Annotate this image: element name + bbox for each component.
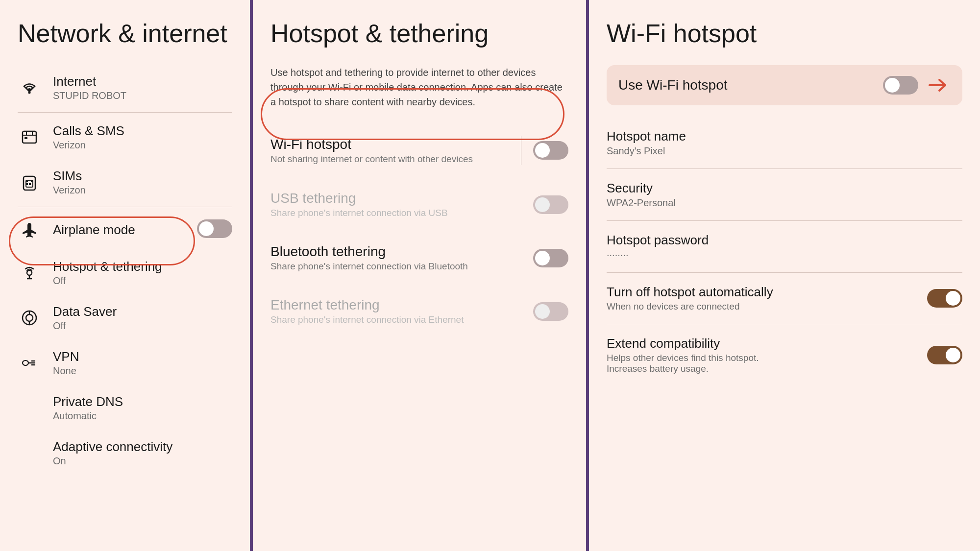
- wifi-hotspot-item[interactable]: Wi-Fi hotspot Not sharing internet or co…: [270, 125, 568, 176]
- vpn-sublabel: None: [53, 365, 79, 377]
- sidebar-item-vpn[interactable]: VPN None: [18, 340, 232, 385]
- wifi-icon: [18, 76, 41, 99]
- svg-point-19: [23, 360, 28, 365]
- security-row[interactable]: Security WPA2-Personal: [607, 171, 962, 218]
- security-label: Security: [607, 181, 962, 196]
- turn-off-toggle-knob: [946, 291, 960, 306]
- svg-rect-10: [29, 183, 31, 185]
- adaptive-icon: [18, 441, 41, 465]
- calls-sms-label: Calls & SMS: [53, 123, 124, 139]
- right-panel: Wi-Fi hotspot Use Wi-Fi hotspot Hotspot …: [589, 0, 980, 551]
- private-dns-icon: [18, 396, 41, 420]
- hotspot-name-value: Sandy's Pixel: [607, 145, 962, 157]
- calls-sms-sublabel: Verizon: [53, 140, 124, 151]
- wifi-hotspot-label: Wi-Fi hotspot: [270, 137, 509, 152]
- left-panel-title: Network & internet: [18, 20, 232, 48]
- vpn-label: VPN: [53, 349, 79, 364]
- svg-rect-5: [24, 137, 27, 139]
- wifi-hotspot-toggle-knob: [535, 143, 550, 158]
- divider-2: [18, 207, 232, 207]
- ethernet-tethering-toggle-knob: [535, 304, 550, 319]
- ethernet-tethering-label: Ethernet tethering: [270, 297, 533, 313]
- wifi-hotspot-sublabel: Not sharing internet or content with oth…: [270, 154, 509, 165]
- sidebar-item-private-dns[interactable]: Private DNS Automatic: [18, 385, 232, 431]
- divider-1: [18, 112, 232, 113]
- data-saver-sublabel: Off: [53, 320, 117, 332]
- sidebar-item-data-saver[interactable]: Data Saver Off: [18, 295, 232, 340]
- sidebar-item-airplane[interactable]: Airplane mode: [18, 209, 232, 250]
- ethernet-tethering-item[interactable]: Ethernet tethering Share phone's interne…: [270, 287, 568, 336]
- middle-panel: Hotspot & tethering Use hotspot and teth…: [253, 0, 586, 551]
- sidebar-item-hotspot[interactable]: Hotspot & tethering Off: [18, 250, 232, 295]
- sidebar-item-sims[interactable]: SIMs Verizon: [18, 160, 232, 205]
- use-wifi-hotspot-label: Use Wi-Fi hotspot: [618, 77, 883, 93]
- hotspot-name-row[interactable]: Hotspot name Sandy's Pixel: [607, 119, 962, 167]
- divider-r1: [607, 168, 962, 169]
- usb-tethering-label: USB tethering: [270, 191, 533, 206]
- svg-rect-8: [26, 180, 28, 182]
- turn-off-sublabel: When no devices are connected: [607, 301, 773, 312]
- private-dns-sublabel: Automatic: [53, 410, 123, 422]
- sidebar-item-adaptive[interactable]: Adaptive connectivity On: [18, 431, 232, 476]
- internet-label: Internet: [53, 74, 126, 89]
- hotspot-name-label: Hotspot name: [607, 129, 962, 144]
- sims-icon: [18, 170, 41, 194]
- vpn-icon: [18, 351, 41, 375]
- svg-point-16: [26, 314, 33, 321]
- usb-tethering-toggle[interactable]: [533, 195, 568, 214]
- usb-tethering-item[interactable]: USB tethering Share phone's internet con…: [270, 180, 568, 229]
- bluetooth-tethering-item[interactable]: Bluetooth tethering Share phone's intern…: [270, 233, 568, 283]
- extend-compat-toggle-knob: [946, 348, 960, 362]
- svg-rect-9: [26, 183, 28, 185]
- ethernet-tethering-sublabel: Share phone's internet connection via Et…: [270, 314, 533, 325]
- bluetooth-tethering-toggle-knob: [535, 251, 550, 265]
- airplane-toggle-knob: [199, 221, 214, 236]
- bluetooth-tethering-label: Bluetooth tethering: [270, 244, 533, 260]
- divider-r2: [607, 220, 962, 221]
- hotspot-icon: [18, 261, 41, 285]
- sims-sublabel: Verizon: [53, 185, 86, 196]
- left-panel: Network & internet Internet STUPID ROBOT: [0, 0, 250, 551]
- extend-compat-label: Extend compatibility: [607, 336, 927, 351]
- hotspot-description: Use hotspot and tethering to provide int…: [270, 65, 568, 109]
- bluetooth-tethering-toggle[interactable]: [533, 249, 568, 267]
- svg-point-12: [27, 270, 32, 275]
- hotspot-password-row[interactable]: Hotspot password ········: [607, 223, 962, 270]
- hotspot-password-value: ········: [607, 249, 962, 261]
- airplane-toggle[interactable]: [197, 219, 232, 238]
- middle-panel-title: Hotspot & tethering: [270, 20, 568, 48]
- extend-compat-row[interactable]: Extend compatibility Helps other devices…: [607, 326, 962, 384]
- internet-sublabel: STUPID ROBOT: [53, 90, 126, 101]
- svg-rect-11: [31, 180, 33, 182]
- svg-point-0: [28, 92, 31, 94]
- use-wifi-hotspot-toggle[interactable]: [883, 76, 918, 95]
- sims-label: SIMs: [53, 168, 86, 184]
- hotspot-sublabel: Off: [53, 275, 162, 287]
- sidebar-item-calls-sms[interactable]: Calls & SMS Verizon: [18, 115, 232, 160]
- extend-compat-toggle[interactable]: [927, 346, 962, 364]
- sidebar-item-internet[interactable]: Internet STUPID ROBOT: [18, 65, 232, 110]
- calls-icon: [18, 125, 41, 149]
- divider-r3: [607, 272, 962, 273]
- airplane-icon: [18, 218, 41, 241]
- private-dns-label: Private DNS: [53, 394, 123, 409]
- divider-r4: [607, 324, 962, 324]
- use-wifi-hotspot-toggle-knob: [885, 78, 900, 93]
- turn-off-toggle[interactable]: [927, 289, 962, 308]
- turn-off-label: Turn off hotspot automatically: [607, 285, 927, 300]
- use-wifi-hotspot-row[interactable]: Use Wi-Fi hotspot: [607, 65, 962, 105]
- hotspot-password-label: Hotspot password: [607, 233, 962, 248]
- adaptive-label: Adaptive connectivity: [53, 439, 172, 455]
- bluetooth-tethering-sublabel: Share phone's internet connection via Bl…: [270, 261, 533, 272]
- ethernet-tethering-toggle[interactable]: [533, 302, 568, 321]
- svg-rect-1: [23, 131, 36, 143]
- extend-compat-sublabel: Helps other devices find this hotspot. I…: [607, 353, 773, 374]
- adaptive-sublabel: On: [53, 455, 172, 467]
- usb-tethering-sublabel: Share phone's internet connection via US…: [270, 208, 533, 218]
- security-value: WPA2-Personal: [607, 197, 962, 209]
- data-saver-label: Data Saver: [53, 304, 117, 319]
- airplane-label: Airplane mode: [53, 222, 135, 238]
- wifi-hotspot-toggle[interactable]: [533, 141, 568, 160]
- right-panel-title: Wi-Fi hotspot: [607, 20, 962, 48]
- turn-off-hotspot-row[interactable]: Turn off hotspot automatically When no d…: [607, 275, 962, 322]
